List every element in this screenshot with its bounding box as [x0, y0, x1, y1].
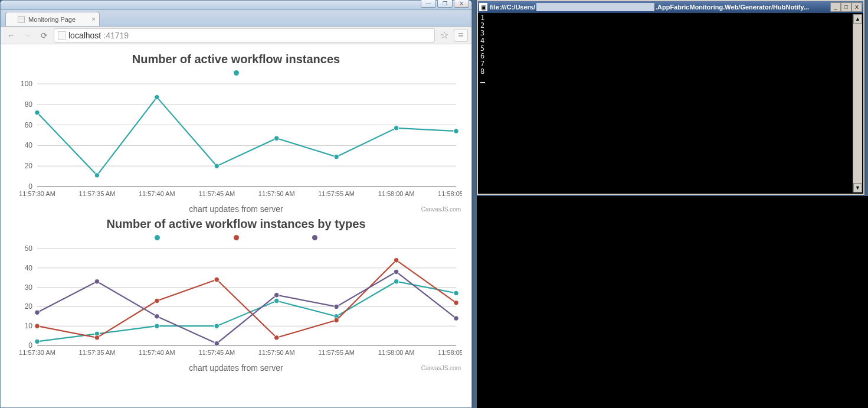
- window-titlebar[interactable]: — ❐ X: [1, 1, 471, 10]
- chart-legend: [8, 232, 464, 243]
- window-maximize-button[interactable]: ❐: [437, 0, 453, 8]
- svg-point-52: [155, 324, 159, 328]
- svg-point-71: [334, 304, 339, 309]
- desktop-background: [477, 196, 868, 408]
- window-close-button[interactable]: X: [454, 0, 469, 8]
- app-icon: ▣: [479, 3, 487, 11]
- svg-point-27: [394, 126, 398, 130]
- svg-text:11:57:45 AM: 11:57:45 AM: [198, 190, 235, 197]
- close-icon[interactable]: ×: [92, 15, 96, 22]
- svg-text:11:58:00 AM: 11:58:00 AM: [378, 349, 415, 356]
- chart-active-instances-by-type: Number of active workflow instances by t…: [8, 217, 464, 373]
- svg-text:11:57:45 AM: 11:57:45 AM: [198, 349, 235, 356]
- svg-point-68: [155, 314, 159, 319]
- svg-point-69: [214, 341, 219, 346]
- svg-text:60: 60: [25, 121, 33, 129]
- console-maximize-button[interactable]: □: [841, 2, 851, 12]
- svg-text:50: 50: [25, 244, 33, 253]
- svg-text:100: 100: [21, 80, 32, 88]
- svg-point-66: [35, 310, 40, 315]
- watermark: CanvasJS.com: [421, 206, 461, 213]
- svg-text:11:57:30 AM: 11:57:30 AM: [19, 190, 55, 197]
- svg-point-60: [155, 298, 159, 303]
- svg-text:11:57:50 AM: 11:57:50 AM: [258, 349, 295, 356]
- watermark: CanvasJS.com: [421, 365, 461, 371]
- svg-point-50: [35, 339, 40, 344]
- svg-text:80: 80: [25, 100, 33, 109]
- svg-text:11:57:35 AM: 11:57:35 AM: [79, 349, 116, 356]
- svg-text:11:58:00 AM: 11:58:00 AM: [378, 190, 415, 197]
- svg-text:11:57:50 AM: 11:57:50 AM: [258, 190, 295, 197]
- forward-button[interactable]: →: [21, 29, 35, 42]
- tab-monitoring-page[interactable]: Monitoring Page ×: [5, 12, 100, 26]
- x-axis-title: chart updates from server: [8, 363, 464, 373]
- chart-canvas: 02040608010011:57:30 AM11:57:35 AM11:57:…: [8, 79, 462, 203]
- title-redacted: [536, 3, 654, 11]
- scroll-down-icon[interactable]: ▼: [853, 183, 862, 192]
- svg-text:0: 0: [28, 182, 32, 191]
- svg-point-26: [334, 154, 339, 159]
- svg-text:11:57:40 AM: 11:57:40 AM: [139, 349, 175, 356]
- svg-point-73: [454, 316, 458, 321]
- svg-point-21: [35, 110, 40, 115]
- page-content: Number of active workflow instances 0204…: [1, 44, 471, 407]
- svg-text:11:57:55 AM: 11:57:55 AM: [318, 349, 355, 356]
- legend-marker[interactable]: [234, 235, 239, 240]
- scrollbar[interactable]: ▲ ▼: [853, 14, 862, 192]
- svg-point-23: [155, 94, 159, 99]
- svg-text:11:57:30 AM: 11:57:30 AM: [19, 349, 55, 356]
- console-close-button[interactable]: X: [851, 2, 862, 12]
- console-titlebar[interactable]: ▣ file:///C:/Users/ .AppFabricMonitoring…: [478, 1, 863, 13]
- reload-button[interactable]: ⟳: [37, 29, 51, 42]
- svg-text:20: 20: [25, 302, 33, 311]
- back-button[interactable]: ←: [4, 29, 18, 42]
- tab-strip: Monitoring Page ×: [1, 10, 471, 27]
- scroll-up-icon[interactable]: ▲: [853, 14, 862, 24]
- svg-point-58: [35, 324, 40, 328]
- chart-title: Number of active workflow instances: [8, 53, 464, 66]
- chart-title: Number of active workflow instances by t…: [8, 217, 464, 231]
- browser-window: — ❐ X Monitoring Page × ← → ⟳ localhost:…: [0, 0, 472, 408]
- svg-point-59: [94, 335, 99, 340]
- chart-legend: [8, 67, 464, 78]
- svg-point-62: [274, 335, 279, 340]
- address-bar[interactable]: localhost:41719: [54, 28, 435, 43]
- svg-point-56: [394, 279, 398, 284]
- window-minimize-button[interactable]: —: [421, 0, 436, 8]
- svg-text:11:57:55 AM: 11:57:55 AM: [318, 190, 355, 197]
- legend-marker[interactable]: [312, 235, 317, 240]
- x-axis-title: chart updates from server: [8, 204, 464, 214]
- svg-text:40: 40: [25, 264, 33, 272]
- svg-point-61: [214, 277, 219, 282]
- svg-point-25: [274, 136, 279, 141]
- svg-point-53: [214, 324, 219, 328]
- console-minimize-button[interactable]: _: [830, 2, 841, 12]
- url-port: :41719: [103, 31, 129, 40]
- svg-text:11:58:05 AM: 11:58:05 AM: [438, 349, 462, 356]
- toolbar: ← → ⟳ localhost:41719 ☆ ≡: [1, 27, 471, 44]
- chart-active-instances: Number of active workflow instances 0204…: [8, 53, 464, 214]
- menu-button[interactable]: ≡: [454, 29, 468, 42]
- svg-text:30: 30: [25, 283, 33, 292]
- svg-point-64: [394, 257, 398, 262]
- legend-marker[interactable]: [234, 70, 239, 76]
- console-title-suffix: .AppFabricMonitoring.Web/Generator/HubNo…: [656, 4, 830, 11]
- svg-point-72: [394, 269, 398, 274]
- svg-text:11:58:05 AM: 11:58:05 AM: [438, 190, 462, 197]
- svg-text:20: 20: [25, 162, 33, 170]
- svg-text:0: 0: [28, 341, 32, 350]
- svg-point-67: [94, 279, 99, 284]
- tab-label: Monitoring Page: [28, 16, 76, 23]
- legend-marker[interactable]: [155, 235, 160, 240]
- svg-point-63: [334, 318, 339, 322]
- svg-point-24: [214, 164, 219, 168]
- console-window: ▣ file:///C:/Users/ .AppFabricMonitoring…: [477, 0, 864, 195]
- site-icon: [58, 31, 66, 40]
- svg-point-70: [274, 293, 279, 298]
- bookmark-star-icon[interactable]: ☆: [437, 29, 451, 42]
- console-output[interactable]: 1 2 3 4 5 6 7 8: [479, 14, 853, 192]
- svg-text:10: 10: [25, 322, 33, 330]
- svg-point-54: [274, 298, 279, 303]
- svg-text:40: 40: [25, 141, 33, 149]
- page-icon: [18, 16, 25, 23]
